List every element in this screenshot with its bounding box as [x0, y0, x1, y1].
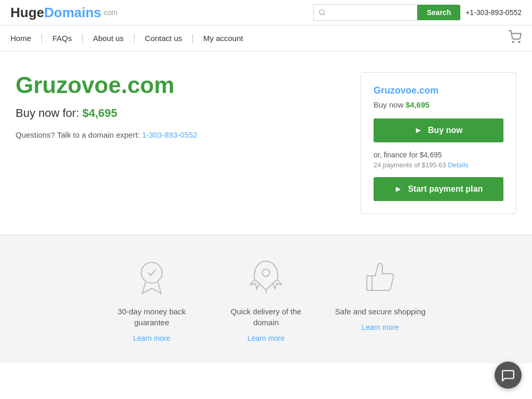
header: HugeDomains.com Search +1-303-893-0552 [0, 0, 532, 25]
svg-point-3 [262, 269, 270, 276]
header-phone: +1-303-893-0552 [466, 8, 522, 17]
details-link[interactable]: Details [448, 161, 469, 169]
purchase-buy-now-text: Buy now [374, 100, 404, 109]
cart-icon[interactable] [508, 30, 522, 47]
logo-huge: Huge [10, 5, 44, 21]
nav-faqs[interactable]: FAQs [43, 34, 82, 43]
feature-quick-delivery-link[interactable]: Learn more [247, 334, 285, 342]
feature-secure-link[interactable]: Learn more [362, 323, 399, 331]
finance-text: or, finance for $4,695 [374, 151, 503, 159]
search-input[interactable] [313, 4, 417, 21]
thumbsup-icon [360, 256, 401, 298]
feature-secure-title: Safe and secure shopping [335, 306, 425, 317]
nav-contact-us[interactable]: Contact us [136, 34, 192, 43]
search-form: Search [313, 4, 460, 21]
payments-text: 24 payments of $195.63 Details [374, 161, 503, 169]
logo-com: .com [102, 8, 117, 17]
buy-arrow-icon: ► [415, 126, 423, 135]
feature-money-back-title: 30-day money back guarantee [105, 306, 198, 328]
buy-now-btn-label: Buy now [428, 126, 463, 135]
search-button[interactable]: Search [417, 5, 460, 20]
header-right: Search +1-303-893-0552 [313, 4, 522, 21]
domain-price: $4,695 [82, 107, 117, 119]
rocket-icon [245, 256, 287, 298]
payments-label: 24 payments of $195.63 [374, 161, 446, 169]
plan-arrow-icon: ► [394, 184, 403, 193]
questions-text: Questions? Talk to a domain expert: 1-30… [16, 130, 345, 139]
purchase-buy-price: $4,695 [406, 100, 430, 109]
purchase-box: Gruzovoe.com Buy now $4,695 ► Buy now or… [361, 72, 516, 214]
purchase-domain-name: Gruzovoe.com [374, 85, 503, 96]
feature-money-back: 30-day money back guarantee Learn more [95, 256, 209, 342]
svg-point-1 [519, 41, 520, 42]
questions-label: Questions? Talk to a domain expert: [16, 130, 140, 139]
nav-about-us[interactable]: About us [84, 34, 133, 43]
main-content: Gruzovoe.com Buy now for: $4,695 Questio… [0, 51, 532, 235]
nav-links: Home | FAQs | About us | Contact us | My… [10, 33, 508, 44]
svg-point-2 [141, 262, 162, 283]
buy-now-button[interactable]: ► Buy now [374, 118, 503, 142]
feature-secure: Safe and secure shopping Learn more [323, 256, 437, 342]
purchase-buy-now-line: Buy now $4,695 [374, 100, 503, 109]
main-nav: Home | FAQs | About us | Contact us | My… [0, 25, 532, 51]
feature-money-back-link[interactable]: Learn more [133, 334, 170, 342]
buy-now-label: Buy now for: [16, 107, 79, 119]
expert-phone-link[interactable]: 1-303-893-0552 [142, 130, 197, 139]
payment-plan-btn-label: Start payment plan [408, 184, 483, 193]
feature-quick-delivery-title: Quick delivery of the domain [219, 306, 313, 328]
nav-home[interactable]: Home [10, 34, 41, 43]
logo-domains: Domains [44, 5, 101, 21]
medal-icon [131, 256, 172, 298]
domain-title: Gruzovoe.com [16, 72, 345, 98]
svg-point-0 [513, 41, 514, 42]
feature-quick-delivery: Quick delivery of the domain Learn more [209, 256, 323, 342]
nav-my-account[interactable]: My account [194, 34, 252, 43]
payment-plan-button[interactable]: ► Start payment plan [374, 177, 503, 201]
logo[interactable]: HugeDomains.com [10, 5, 117, 21]
buy-now-text: Buy now for: $4,695 [16, 107, 345, 120]
domain-info: Gruzovoe.com Buy now for: $4,695 Questio… [16, 72, 345, 214]
features-section: 30-day money back guarantee Learn more Q… [0, 235, 532, 363]
